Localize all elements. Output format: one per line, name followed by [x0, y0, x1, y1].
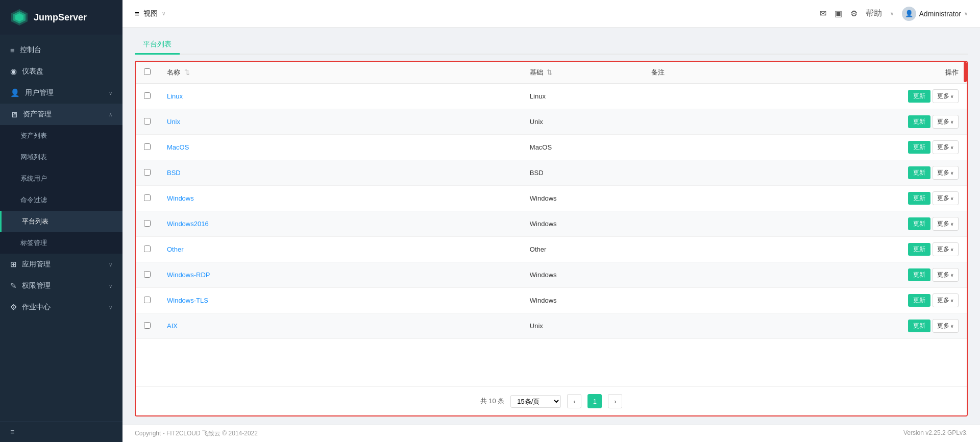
sidebar-item-perm-mgmt[interactable]: ✎ 权限管理 ∨: [0, 275, 122, 297]
settings-icon[interactable]: ⚙: [850, 9, 857, 18]
table-row: Unix Unix 更新 更多 ∨: [136, 109, 967, 135]
select-all-checkbox[interactable]: [144, 68, 151, 75]
more-button[interactable]: 更多 ∨: [933, 140, 959, 154]
app-mgmt-icon: ⊞: [10, 260, 17, 269]
row-note-cell: [643, 186, 844, 211]
sidebar-item-system-user[interactable]: 系统用户: [0, 168, 122, 189]
sidebar-item-job-center[interactable]: ⚙ 作业中心 ∨: [0, 297, 122, 318]
row-note-cell: [643, 288, 844, 313]
sidebar-item-console[interactable]: ≡ 控制台: [0, 39, 122, 61]
sidebar-item-dashboard[interactable]: ◉ 仪表盘: [0, 61, 122, 82]
update-button[interactable]: 更新: [908, 192, 930, 205]
row-checkbox-cell: [136, 288, 159, 313]
more-button[interactable]: 更多 ∨: [933, 319, 959, 333]
sidebar-item-label: 控制台: [20, 45, 41, 55]
sort-icon[interactable]: ⇅: [184, 68, 190, 76]
mail-icon[interactable]: ✉: [820, 9, 826, 18]
row-checkbox[interactable]: [144, 92, 151, 99]
update-button[interactable]: 更新: [908, 243, 930, 256]
sort-base-icon[interactable]: ⇅: [547, 68, 552, 76]
row-name-link[interactable]: AIX: [167, 322, 178, 330]
sidebar-item-platform-list[interactable]: 平台列表: [0, 211, 122, 232]
more-button[interactable]: 更多 ∨: [933, 89, 959, 103]
update-button[interactable]: 更新: [908, 115, 930, 128]
row-actions-cell: 更新 更多 ∨: [845, 135, 967, 160]
help-label[interactable]: 帮助: [866, 8, 882, 19]
update-button[interactable]: 更新: [908, 320, 930, 332]
row-checkbox[interactable]: [144, 297, 151, 303]
table-container: 名称 ⇅ 基础 ⇅ 备注 操作: [135, 61, 968, 416]
row-name-link[interactable]: Windows-TLS: [167, 297, 208, 304]
update-button[interactable]: 更新: [908, 166, 930, 179]
row-checkbox-cell: [136, 186, 159, 211]
row-checkbox[interactable]: [144, 245, 151, 252]
sidebar-item-tag-mgmt[interactable]: 标签管理: [0, 232, 122, 254]
row-name-cell: Linux: [159, 84, 522, 109]
row-checkbox[interactable]: [144, 194, 151, 201]
row-checkbox[interactable]: [144, 271, 151, 278]
view-label[interactable]: 视图: [143, 9, 158, 18]
row-name-link[interactable]: Windows2016: [167, 220, 209, 228]
current-page-button[interactable]: 1: [587, 394, 602, 408]
sidebar-item-cmd-filter[interactable]: 命令过滤: [0, 189, 122, 211]
sidebar-item-domain-list[interactable]: 网域列表: [0, 146, 122, 168]
main-content: ≡ 视图 ∨ ✉ ▣ ⚙ 帮助 ∨ 👤 Administrator ∨ 平台列表: [122, 0, 980, 442]
tab-platform-list[interactable]: 平台列表: [135, 36, 180, 55]
row-base-cell: MacOS: [522, 135, 644, 160]
row-checkbox-cell: [136, 211, 159, 237]
more-button[interactable]: 更多 ∨: [933, 166, 959, 180]
row-note-cell: [643, 237, 844, 262]
row-name-link[interactable]: BSD: [167, 169, 181, 177]
row-checkbox[interactable]: [144, 220, 151, 227]
more-button[interactable]: 更多 ∨: [933, 242, 959, 256]
table-row: Windows-TLS Windows 更新 更多 ∨: [136, 288, 967, 313]
sidebar-item-asset-mgmt[interactable]: 🖥 资产管理 ∧: [0, 104, 122, 125]
more-button[interactable]: 更多 ∨: [933, 191, 959, 205]
more-button[interactable]: 更多 ∨: [933, 217, 959, 231]
row-actions-cell: 更新 更多 ∨: [845, 211, 967, 237]
update-button[interactable]: 更新: [908, 217, 930, 230]
update-button[interactable]: 更新: [908, 90, 930, 103]
row-name-link[interactable]: Other: [167, 245, 184, 253]
row-checkbox[interactable]: [144, 143, 151, 150]
page-size-select[interactable]: 15条/页30条/页50条/页: [510, 395, 561, 408]
next-page-button[interactable]: ›: [608, 394, 622, 408]
asset-mgmt-submenu: 资产列表 网域列表 系统用户 命令过滤 平台列表 标签管理: [0, 125, 122, 254]
row-checkbox[interactable]: [144, 169, 151, 176]
sidebar-item-asset-list[interactable]: 资产列表: [0, 125, 122, 146]
pagination-bar: 共 10 条 15条/页30条/页50条/页 ‹ 1 ›: [136, 386, 967, 415]
row-base-cell: Unix: [522, 313, 644, 339]
row-name-link[interactable]: Windows-RDP: [167, 271, 210, 279]
row-base-cell: Windows: [522, 288, 644, 313]
row-base-cell: Windows: [522, 211, 644, 237]
chevron-up-icon: ∧: [109, 112, 112, 117]
row-actions-cell: 更新 更多 ∨: [845, 160, 967, 186]
row-checkbox[interactable]: [144, 322, 151, 329]
table-scroll[interactable]: 名称 ⇅ 基础 ⇅ 备注 操作: [136, 62, 967, 339]
user-menu[interactable]: 👤 Administrator ∨: [902, 7, 968, 21]
row-checkbox[interactable]: [144, 118, 151, 125]
row-actions-cell: 更新 更多 ∨: [845, 288, 967, 313]
row-name-link[interactable]: MacOS: [167, 143, 189, 151]
content-area: 平台列表 名称 ⇅: [122, 28, 980, 425]
row-checkbox-cell: [136, 84, 159, 109]
row-name-link[interactable]: Unix: [167, 118, 180, 126]
more-button[interactable]: 更多 ∨: [933, 268, 959, 282]
more-button[interactable]: 更多 ∨: [933, 293, 959, 307]
sidebar-collapse-button[interactable]: ≡: [0, 421, 122, 442]
row-name-link[interactable]: Windows: [167, 194, 194, 202]
update-button[interactable]: 更新: [908, 268, 930, 281]
sidebar-item-label: 仪表盘: [22, 67, 43, 76]
monitor-icon[interactable]: ▣: [835, 9, 842, 18]
prev-page-button[interactable]: ‹: [567, 394, 581, 408]
sidebar-item-user-mgmt[interactable]: 👤 用户管理 ∨: [0, 82, 122, 104]
row-name-cell: Unix: [159, 109, 522, 135]
chevron-down-icon: ∨: [109, 283, 112, 289]
row-note-cell: [643, 262, 844, 288]
update-button[interactable]: 更新: [908, 294, 930, 307]
sidebar-item-app-mgmt[interactable]: ⊞ 应用管理 ∨: [0, 254, 122, 275]
row-name-link[interactable]: Linux: [167, 92, 183, 100]
row-name-cell: MacOS: [159, 135, 522, 160]
update-button[interactable]: 更新: [908, 141, 930, 154]
more-button[interactable]: 更多 ∨: [933, 115, 959, 129]
